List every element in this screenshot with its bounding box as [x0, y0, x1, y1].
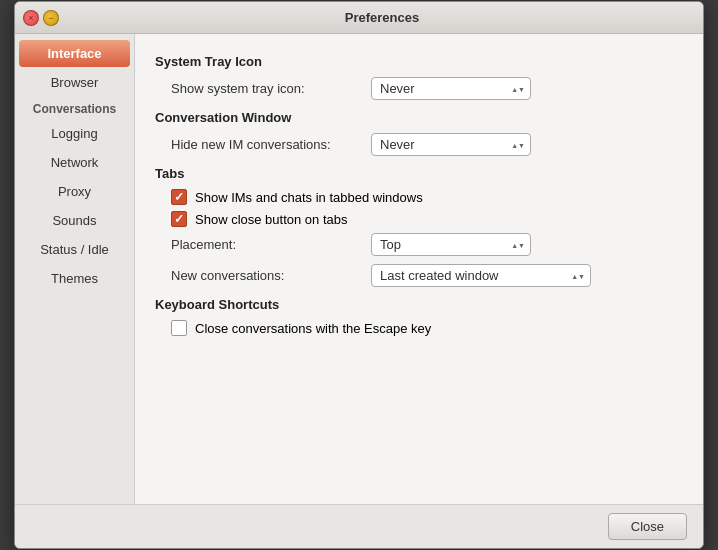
close-escape-row: Close conversations with the Escape key: [171, 320, 683, 336]
tabs-section-title: Tabs: [155, 166, 683, 181]
system-tray-section-title: System Tray Icon: [155, 54, 683, 69]
sidebar-item-status-idle[interactable]: Status / Idle: [19, 236, 130, 263]
hide-new-im-label: Hide new IM conversations:: [171, 137, 371, 152]
show-ims-tabbed-row: Show IMs and chats in tabbed windows: [171, 189, 683, 205]
sidebar: Interface Browser Conversations Logging …: [15, 34, 135, 504]
main-panel: System Tray Icon Show system tray icon: …: [135, 34, 703, 504]
minimize-window-button[interactable]: −: [43, 10, 59, 26]
hide-new-im-select[interactable]: Never Always On focus: [371, 133, 531, 156]
sidebar-item-browser[interactable]: Browser: [19, 69, 130, 96]
close-window-button[interactable]: ×: [23, 10, 39, 26]
placement-label: Placement:: [171, 237, 371, 252]
tabs-divider: Tabs: [155, 166, 683, 181]
preferences-window: × − Preferences Interface Browser Conver…: [14, 1, 704, 549]
content-area: Interface Browser Conversations Logging …: [15, 34, 703, 504]
new-conversations-label: New conversations:: [171, 268, 371, 283]
sidebar-item-logging[interactable]: Logging: [19, 120, 130, 147]
show-close-button-row: Show close button on tabs: [171, 211, 683, 227]
keyboard-shortcuts-section-title: Keyboard Shortcuts: [155, 297, 683, 312]
show-system-tray-select-wrapper: Never Always On conversation: [371, 77, 531, 100]
conversation-window-divider: Conversation Window: [155, 110, 683, 125]
show-system-tray-select[interactable]: Never Always On conversation: [371, 77, 531, 100]
new-conversations-select-wrapper: Last created window New window: [371, 264, 591, 287]
show-system-tray-label: Show system tray icon:: [171, 81, 371, 96]
window-title: Preferences: [69, 10, 695, 25]
new-conversations-select[interactable]: Last created window New window: [371, 264, 591, 287]
show-ims-tabbed-checkbox[interactable]: [171, 189, 187, 205]
hide-new-im-select-wrapper: Never Always On focus: [371, 133, 531, 156]
footer: Close: [15, 504, 703, 548]
show-ims-tabbed-label: Show IMs and chats in tabbed windows: [195, 190, 423, 205]
show-system-tray-row: Show system tray icon: Never Always On c…: [171, 77, 683, 100]
minimize-icon: −: [48, 13, 53, 23]
titlebar: × − Preferences: [15, 2, 703, 34]
sidebar-item-themes[interactable]: Themes: [19, 265, 130, 292]
conversation-window-section-title: Conversation Window: [155, 110, 683, 125]
sidebar-item-conversations-header: Conversations: [19, 98, 130, 118]
close-escape-checkbox[interactable]: [171, 320, 187, 336]
placement-select-wrapper: Top Bottom Left Right: [371, 233, 531, 256]
show-close-button-label: Show close button on tabs: [195, 212, 348, 227]
close-button[interactable]: Close: [608, 513, 687, 540]
hide-new-im-row: Hide new IM conversations: Never Always …: [171, 133, 683, 156]
close-escape-label: Close conversations with the Escape key: [195, 321, 431, 336]
sidebar-item-sounds[interactable]: Sounds: [19, 207, 130, 234]
titlebar-buttons: × −: [23, 10, 59, 26]
close-icon: ×: [28, 13, 33, 23]
keyboard-shortcuts-divider: Keyboard Shortcuts: [155, 297, 683, 312]
placement-row: Placement: Top Bottom Left Right: [171, 233, 683, 256]
placement-select[interactable]: Top Bottom Left Right: [371, 233, 531, 256]
sidebar-item-network[interactable]: Network: [19, 149, 130, 176]
new-conversations-row: New conversations: Last created window N…: [171, 264, 683, 287]
sidebar-item-interface[interactable]: Interface: [19, 40, 130, 67]
sidebar-item-proxy[interactable]: Proxy: [19, 178, 130, 205]
show-close-button-checkbox[interactable]: [171, 211, 187, 227]
